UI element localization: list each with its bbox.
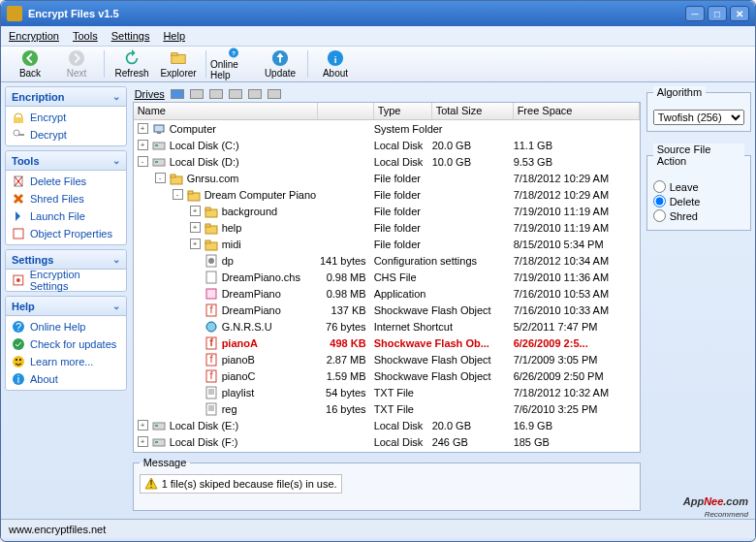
panel-encryption-header[interactable]: Encription⌄ [6, 87, 126, 107]
table-row[interactable]: DreamPiano.chs0.98 MBCHS File7/19/2010 1… [134, 269, 640, 285]
sidebar-learnmore[interactable]: Learn more... [6, 353, 126, 370]
folder-icon [205, 221, 218, 235]
panel-settings-header[interactable]: Settings⌄ [6, 250, 126, 270]
expander-icon[interactable]: + [190, 239, 201, 249]
refresh-button[interactable]: Refresh [109, 48, 155, 80]
drives-label: Drives [135, 88, 165, 100]
table-row[interactable]: dp141 bytesConfiguration settings7/18/20… [134, 252, 640, 269]
table-row[interactable]: fpianoB2.87 MBShockwave Flash Object7/1/… [134, 351, 640, 367]
explorer-button[interactable]: Explorer [155, 48, 202, 80]
table-row[interactable]: +Local Disk (F:)Local Disk246 GB185 GB [134, 433, 640, 450]
expander-icon[interactable]: - [138, 156, 148, 167]
maximize-button[interactable]: □ [708, 6, 727, 21]
expander-icon[interactable]: + [138, 123, 148, 134]
radio-shred[interactable]: Shred [653, 209, 744, 222]
expander-icon[interactable]: - [155, 173, 166, 183]
sidebar-checkupdates[interactable]: Check for updates [6, 335, 126, 353]
panel-help-header[interactable]: Help⌄ [6, 297, 126, 316]
chevron-icon: ⌄ [112, 254, 120, 265]
svg-text:i: i [17, 373, 19, 385]
expander-icon[interactable]: + [190, 222, 201, 233]
svg-rect-13 [14, 229, 23, 239]
panel-tools-header[interactable]: Tools⌄ [6, 151, 126, 171]
expander-icon[interactable]: - [173, 189, 183, 200]
sidebar-shred[interactable]: Shred Files [6, 190, 126, 207]
sidebar-decrypt[interactable]: Decrypt [6, 126, 126, 143]
table-row[interactable]: +Local Disk (E:)Local Disk20.0 GB16.9 GB [134, 417, 640, 433]
sidebar-delete[interactable]: Delete Files [6, 173, 126, 190]
close-button[interactable]: ✕ [730, 6, 749, 21]
menu-tools[interactable]: Tools [73, 30, 98, 42]
drive-mini-icon[interactable] [248, 89, 262, 99]
txt-icon [205, 402, 218, 416]
expander-icon[interactable]: + [138, 436, 148, 447]
col-name[interactable]: Name [134, 103, 318, 119]
table-row[interactable]: fpianoA498 KBShockwave Flash Ob...6/26/2… [134, 335, 640, 351]
svg-rect-33 [188, 191, 193, 194]
minimize-button[interactable]: ─ [685, 6, 705, 21]
sidebar-encsettings[interactable]: Encryption Settings [6, 271, 126, 289]
radio-leave[interactable]: Leave [653, 180, 744, 193]
table-row[interactable]: fpianoC1.59 MBShockwave Flash Object6/26… [134, 367, 640, 384]
app-icon [7, 6, 22, 21]
drive-mini-icon[interactable] [268, 89, 281, 99]
back-button[interactable]: Back [7, 48, 53, 80]
onlinehelp-button[interactable]: ?Online Help [210, 48, 257, 80]
col-totalsize[interactable]: Total Size [432, 103, 514, 119]
table-row[interactable]: -Local Disk (D:)Local Disk10.0 GB9.53 GB [134, 153, 640, 170]
sidebar-props[interactable]: Object Properties [6, 225, 126, 242]
txt-icon [205, 386, 218, 399]
table-row[interactable]: +helpFile folder7/19/2010 11:19 AM [134, 219, 640, 236]
svg-point-19 [13, 356, 24, 367]
table-row[interactable]: +backgroundFile folder7/19/2010 11:19 AM [134, 203, 640, 219]
algorithm-select[interactable]: Twofish (256) [653, 110, 744, 125]
svg-rect-39 [205, 240, 210, 243]
table-row[interactable]: reg16 bytesTXT File7/6/2010 3:25 PM [134, 400, 640, 417]
svg-text:i: i [334, 54, 337, 65]
menu-settings[interactable]: Settings [111, 30, 150, 42]
computer-icon [152, 122, 166, 136]
update-button[interactable]: Update [257, 48, 303, 80]
file-icon [205, 271, 218, 284]
svg-text:?: ? [16, 321, 21, 333]
swf-icon: f [205, 353, 218, 367]
expander-icon[interactable]: + [190, 206, 201, 216]
table-row[interactable]: DreamPiano0.98 MBApplication7/16/2010 10… [134, 285, 640, 302]
table-row[interactable]: G.N.R.S.U76 bytesInternet Shortcut5/2/20… [134, 318, 640, 335]
svg-rect-56 [155, 425, 158, 427]
sidebar-launch[interactable]: Launch File [6, 207, 126, 225]
sidebar: Encription⌄ Encrypt Decrypt Tools⌄ Delet… [1, 82, 131, 519]
col-type-spacer[interactable] [318, 103, 374, 119]
expander-icon[interactable]: + [138, 420, 148, 430]
drive-mini-icon[interactable] [190, 89, 204, 99]
table-row[interactable]: playlist54 bytesTXT File7/18/2012 10:32 … [134, 384, 640, 400]
table-row[interactable]: +midiFile folder8/15/2010 5:34 PM [134, 236, 640, 252]
table-row[interactable]: fDreamPiano137 KBShockwave Flash Object7… [134, 302, 640, 318]
expander-icon[interactable]: + [138, 140, 148, 150]
list-body[interactable]: +ComputerSystem Folder+Local Disk (C:)Lo… [134, 120, 640, 452]
svg-rect-55 [153, 423, 165, 430]
menu-help[interactable]: Help [163, 30, 185, 42]
list-header: Name Type Total Size Free Space [134, 103, 640, 120]
table-row[interactable]: +ComputerSystem Folder [134, 120, 640, 137]
drive-mini-icon[interactable] [229, 89, 242, 99]
sidebar-onlinehelp[interactable]: ?Online Help [6, 318, 126, 335]
radio-delete[interactable]: Delete [653, 195, 744, 207]
about-button[interactable]: iAbout [312, 48, 359, 80]
warning-icon: ! [144, 477, 158, 491]
table-row[interactable]: -Dream Computer PianoFile folder7/18/201… [134, 186, 640, 203]
drive-mini-icon[interactable] [209, 89, 223, 99]
message-box: Message ! 1 file(s) skiped because file(… [133, 457, 641, 511]
col-type[interactable]: Type [374, 103, 432, 119]
table-row[interactable]: -Gnrsu.comFile folder7/18/2012 10:29 AM [134, 170, 640, 186]
col-freespace[interactable]: Free Space [514, 103, 640, 119]
sidebar-encrypt[interactable]: Encrypt [6, 109, 126, 126]
cfg-icon [205, 254, 218, 268]
menu-encryption[interactable]: Encryption [9, 30, 59, 42]
algorithm-group: Algorithm Twofish (256) [646, 86, 751, 132]
table-row[interactable]: +Local Disk (C:)Local Disk20.0 GB11.1 GB [134, 137, 640, 153]
drive-mini-icon[interactable] [171, 89, 184, 99]
sidebar-about[interactable]: iAbout [6, 370, 126, 388]
chevron-icon: ⌄ [112, 301, 120, 311]
statusbar: www.encryptfiles.net [1, 519, 755, 538]
